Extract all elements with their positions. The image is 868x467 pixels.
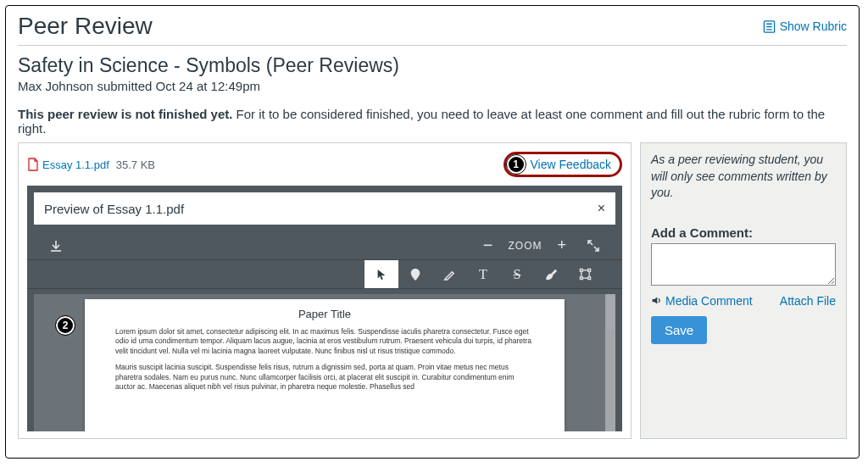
submission-panel: Essay 1.1.pdf 35.7 KB 1 View Feedback Pr…: [18, 142, 632, 439]
viewer-toolbar-primary: − ZOOM +: [27, 231, 622, 260]
highlight-tool-icon[interactable]: [432, 260, 466, 288]
svg-rect-6: [587, 269, 590, 271]
zoom-out-icon[interactable]: −: [473, 236, 504, 255]
paper-paragraph: Lorem ipsum dolor sit amet, consectetur …: [115, 327, 534, 356]
show-rubric-link[interactable]: Show Rubric: [763, 19, 847, 33]
draw-tool-icon[interactable]: [534, 260, 568, 288]
zoom-label: ZOOM: [503, 240, 547, 252]
text-tool-icon[interactable]: T: [466, 260, 500, 288]
download-icon[interactable]: [39, 239, 73, 253]
pin-tool-icon[interactable]: [398, 260, 432, 288]
file-row: Essay 1.1.pdf 35.7 KB 1 View Feedback: [27, 152, 622, 177]
view-feedback-link[interactable]: View Feedback: [531, 158, 611, 171]
page-title: Peer Review: [18, 13, 153, 40]
save-button[interactable]: Save: [651, 316, 707, 344]
pdf-icon: [27, 158, 39, 171]
peer-reviewer-note: As a peer reviewing student, you will on…: [651, 152, 836, 202]
pointer-tool-icon[interactable]: [364, 260, 398, 288]
show-rubric-label: Show Rubric: [780, 19, 847, 33]
callout-marker-1: 1: [507, 155, 526, 174]
attach-file-link[interactable]: Attach File: [780, 294, 836, 308]
scrollbar[interactable]: [605, 294, 615, 431]
paper-body: Lorem ipsum dolor sit amet, consectetur …: [115, 327, 534, 392]
area-tool-icon[interactable]: [568, 260, 602, 288]
add-comment-label: Add a Comment:: [651, 225, 836, 240]
viewer-toolbar-annotate: T S: [27, 260, 622, 289]
comment-textarea[interactable]: [651, 243, 836, 286]
comment-sidebar: As a peer reviewing student, you will on…: [640, 142, 847, 439]
volume-icon: [651, 295, 662, 306]
document-viewer: Preview of Essay 1.1.pdf × − ZOOM +: [27, 186, 622, 431]
file-size: 35.7 KB: [116, 158, 155, 171]
svg-rect-8: [587, 277, 590, 280]
assignment-title: Safety in Science - Symbols (Peer Review…: [18, 54, 847, 77]
rubric-icon: [763, 20, 776, 33]
media-comment-label: Media Comment: [665, 294, 753, 308]
file-name-link[interactable]: Essay 1.1.pdf: [42, 158, 109, 171]
preview-label: Preview of Essay 1.1.pdf: [44, 202, 184, 216]
close-icon[interactable]: ×: [598, 201, 605, 216]
callout-marker-2: 2: [56, 316, 75, 335]
paper-title: Paper Title: [115, 308, 534, 320]
notice-bold: This peer review is not finished yet.: [18, 107, 232, 121]
paper-paragraph: Mauris suscipit lacinia suscipit. Suspen…: [115, 363, 534, 392]
scrollbar-thumb[interactable]: [607, 296, 614, 330]
media-comment-link[interactable]: Media Comment: [651, 294, 753, 308]
zoom-in-icon[interactable]: +: [547, 236, 576, 254]
view-feedback-callout: 1 View Feedback: [504, 152, 622, 177]
submission-info: Max Johnson submitted Oct 24 at 12:49pm: [18, 79, 847, 93]
document-page: Paper Title Lorem ipsum dolor sit amet, …: [85, 299, 565, 431]
svg-rect-7: [580, 277, 582, 280]
review-notice: This peer review is not finished yet. Fo…: [18, 107, 847, 136]
viewer-header: Preview of Essay 1.1.pdf ×: [34, 192, 615, 225]
fullscreen-icon[interactable]: [576, 239, 610, 253]
svg-rect-5: [580, 269, 582, 271]
document-scroll-area[interactable]: Paper Title Lorem ipsum dolor sit amet, …: [34, 294, 615, 431]
strikethrough-tool-icon[interactable]: S: [500, 260, 534, 288]
